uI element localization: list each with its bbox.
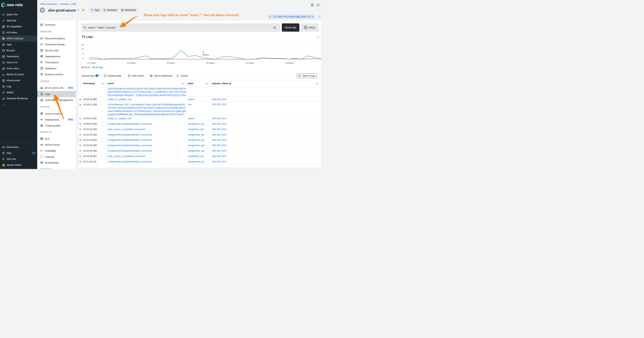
svg-text:10:15am: 10:15am xyxy=(87,62,96,64)
svg-text:0: 0 xyxy=(82,57,84,60)
svg-text:10:35am: 10:35am xyxy=(246,62,254,64)
svg-text:10:30am: 10:30am xyxy=(206,62,215,64)
svg-text:10:20am: 10:20am xyxy=(126,62,136,64)
svg-text:10: 10 xyxy=(81,48,84,51)
svg-text:5: 5 xyxy=(82,52,84,55)
svg-text:10:25am: 10:25am xyxy=(166,62,175,64)
svg-text:15: 15 xyxy=(81,44,84,46)
svg-text:10:40am: 10:40am xyxy=(285,62,294,64)
